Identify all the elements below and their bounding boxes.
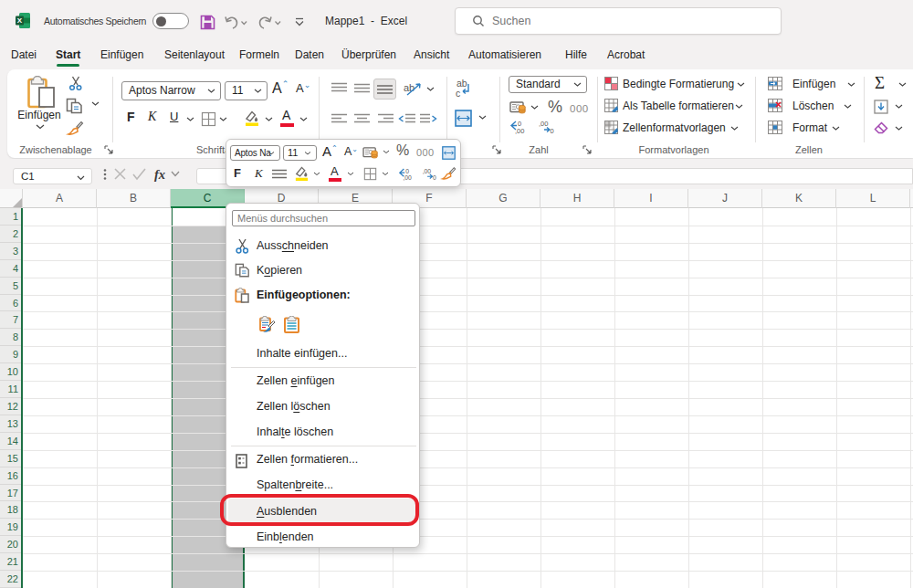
svg-text:0: 0 <box>551 127 554 134</box>
svg-text:,00: ,00 <box>515 127 524 134</box>
svg-text:,00: ,00 <box>403 174 412 181</box>
svg-text:,00: ,00 <box>423 168 432 174</box>
svg-text:fx: fx <box>154 167 165 182</box>
svg-text:ab: ab <box>404 82 415 93</box>
svg-text:X: X <box>17 16 23 25</box>
svg-text:0: 0 <box>405 168 409 174</box>
svg-text:0: 0 <box>433 174 436 181</box>
svg-text:c: c <box>456 88 460 99</box>
svg-text:,00: ,00 <box>539 120 548 128</box>
